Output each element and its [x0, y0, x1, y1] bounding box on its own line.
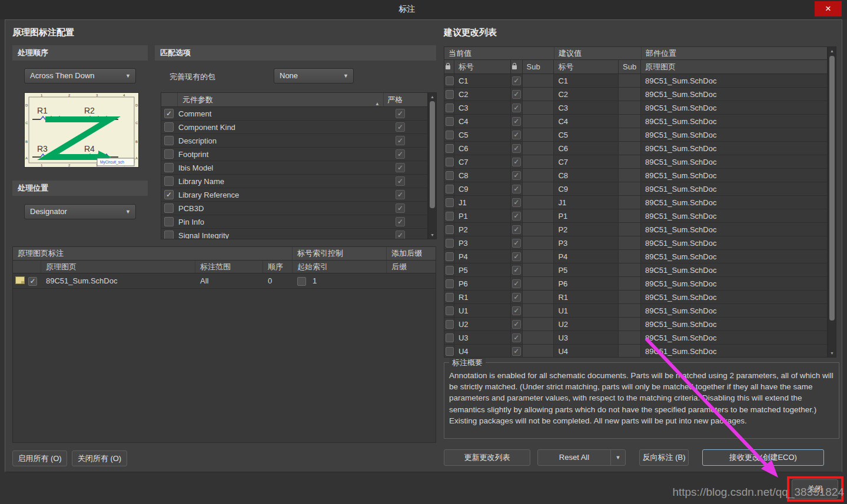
sheet-name-column[interactable]: 原理图页 — [641, 60, 827, 74]
sub-lock-checkbox[interactable]: ✓ — [512, 198, 521, 207]
param-enabled-checkbox[interactable] — [164, 176, 174, 186]
param-enabled-checkbox[interactable] — [164, 217, 174, 226]
change-row[interactable]: C9✓C989C51_Sum.SchDoc — [444, 182, 827, 196]
param-row[interactable]: ✓Comment✓ — [161, 107, 427, 121]
change-row[interactable]: P6✓P689C51_Sum.SchDoc — [444, 277, 827, 291]
order-column[interactable]: 顺序 — [263, 261, 293, 273]
change-row[interactable]: U3✓U389C51_Sum.SchDoc — [444, 331, 827, 345]
strict-column-header[interactable]: 严格 — [384, 93, 427, 106]
current-lock-checkbox[interactable] — [446, 212, 454, 221]
sub-lock-checkbox[interactable]: ✓ — [512, 158, 521, 166]
param-enabled-checkbox[interactable]: ✓ — [164, 109, 174, 118]
sub-lock-checkbox[interactable]: ✓ — [512, 171, 521, 180]
current-lock-checkbox[interactable] — [446, 306, 454, 315]
start-index-value[interactable]: 1 — [308, 276, 384, 285]
current-lock-checkbox[interactable] — [446, 185, 454, 193]
scrollbar-thumb[interactable] — [829, 56, 835, 321]
sub-lock-checkbox[interactable]: ✓ — [512, 252, 521, 261]
accept-changes-button[interactable]: 接收更改(创建ECO) — [702, 449, 824, 466]
param-column-header[interactable]: 元件参数 ▲ — [178, 93, 384, 106]
param-row[interactable]: Signal Integrity✓ — [161, 229, 427, 239]
change-row[interactable]: P1✓P189C51_Sum.SchDoc — [444, 209, 827, 223]
change-row[interactable]: U4✓U489C51_Sum.SchDoc — [444, 345, 827, 358]
sub-lock-checkbox[interactable]: ✓ — [512, 144, 521, 153]
param-enabled-checkbox[interactable] — [164, 231, 174, 239]
change-row[interactable]: C7✓C789C51_Sum.SchDoc — [444, 155, 827, 169]
change-row[interactable]: R1✓R189C51_Sum.SchDoc — [444, 291, 827, 304]
param-table-scrollbar[interactable]: ▲ ▼ — [428, 92, 437, 239]
chevron-down-icon[interactable]: ▼ — [610, 450, 625, 465]
sub-lock-checkbox[interactable]: ✓ — [512, 104, 521, 112]
change-row[interactable]: J1✓J189C51_Sum.SchDoc — [444, 196, 827, 209]
sub-lock-checkbox[interactable]: ✓ — [512, 76, 521, 85]
param-row[interactable]: Ibis Model✓ — [161, 161, 427, 175]
start-index-column[interactable]: 起始索引 — [293, 261, 387, 273]
scroll-down-icon[interactable]: ▼ — [828, 349, 836, 357]
change-row[interactable]: C3✓C389C51_Sum.SchDoc — [444, 101, 827, 115]
current-lock-checkbox[interactable] — [446, 293, 454, 302]
param-strict-checkbox[interactable]: ✓ — [396, 217, 405, 226]
change-row[interactable]: C8✓C889C51_Sum.SchDoc — [444, 169, 827, 182]
sub-lock-checkbox[interactable]: ✓ — [512, 131, 521, 139]
reset-all-button[interactable]: Reset All ▼ — [537, 449, 626, 466]
param-enabled-checkbox[interactable] — [164, 149, 174, 159]
param-strict-checkbox[interactable]: ✓ — [396, 190, 405, 199]
scroll-up-icon[interactable]: ▲ — [828, 47, 836, 55]
close-icon[interactable]: × — [815, 1, 842, 16]
param-enabled-checkbox[interactable] — [164, 203, 174, 213]
sheet-row[interactable]: ✓ 89C51_Sum.SchDoc All 0 1 — [13, 273, 436, 289]
param-strict-checkbox[interactable]: ✓ — [396, 163, 405, 172]
param-enabled-checkbox[interactable] — [164, 136, 174, 145]
change-row[interactable]: U2✓U289C51_Sum.SchDoc — [444, 318, 827, 331]
proposed-sub-column[interactable]: Sub — [619, 60, 641, 74]
sub-lock-checkbox[interactable]: ✓ — [512, 333, 521, 342]
current-lock-checkbox[interactable] — [446, 104, 454, 112]
change-row[interactable]: P4✓P489C51_Sum.SchDoc — [444, 250, 827, 263]
current-lock-checkbox[interactable] — [446, 76, 454, 85]
sub-lock-checkbox[interactable]: ✓ — [512, 239, 521, 248]
change-row[interactable]: C4✓C489C51_Sum.SchDoc — [444, 115, 827, 128]
suffix-column[interactable]: 后缀 — [387, 261, 436, 273]
param-row[interactable]: Library Name✓ — [161, 175, 427, 188]
current-lock-checkbox[interactable] — [446, 171, 454, 180]
sheet-order-value[interactable]: 0 — [263, 276, 293, 285]
scroll-down-icon[interactable]: ▼ — [429, 231, 436, 239]
param-strict-checkbox[interactable]: ✓ — [396, 122, 405, 132]
sub-lock-checkbox[interactable]: ✓ — [512, 266, 521, 275]
sub-lock-checkbox[interactable]: ✓ — [512, 320, 521, 329]
sub-lock-checkbox[interactable]: ✓ — [512, 225, 521, 234]
param-row[interactable]: Description✓ — [161, 134, 427, 148]
current-lock-checkbox[interactable] — [446, 225, 454, 234]
scope-column[interactable]: 标注范围 — [195, 261, 263, 273]
sub-lock-checkbox[interactable]: ✓ — [512, 293, 521, 302]
sub-lock-checkbox[interactable]: ✓ — [512, 306, 521, 315]
param-row[interactable]: Component Kind✓ — [161, 121, 427, 134]
current-lock-checkbox[interactable] — [446, 252, 454, 261]
change-row[interactable]: U1✓U189C51_Sum.SchDoc — [444, 304, 827, 318]
current-lock-checkbox[interactable] — [446, 347, 454, 356]
change-row[interactable]: P2✓P289C51_Sum.SchDoc — [444, 223, 827, 236]
current-lock-checkbox[interactable] — [446, 198, 454, 207]
scrollbar-thumb[interactable] — [430, 101, 435, 208]
param-strict-checkbox[interactable]: ✓ — [396, 231, 405, 239]
update-changes-button[interactable]: 更新更改列表 — [444, 449, 530, 466]
current-lock-checkbox[interactable] — [446, 158, 454, 166]
changes-table-scrollbar[interactable]: ▲ ▼ — [828, 46, 836, 358]
disable-all-button[interactable]: 关闭所有 (O) — [72, 450, 127, 466]
change-row[interactable]: C2✓C289C51_Sum.SchDoc — [444, 88, 827, 101]
current-lock-checkbox[interactable] — [446, 266, 454, 275]
param-strict-checkbox[interactable]: ✓ — [396, 203, 405, 213]
sub-lock-checkbox[interactable]: ✓ — [512, 347, 521, 356]
param-enabled-checkbox[interactable] — [164, 163, 174, 172]
sheet-scope-value[interactable]: All — [195, 276, 263, 285]
change-row[interactable]: C5✓C589C51_Sum.SchDoc — [444, 128, 827, 142]
change-row[interactable]: P3✓P389C51_Sum.SchDoc — [444, 236, 827, 250]
complete-packages-dropdown[interactable]: None ▼ — [274, 68, 354, 84]
sub-lock-checkbox[interactable]: ✓ — [512, 90, 521, 99]
current-lock-checkbox[interactable] — [446, 279, 454, 288]
close-button[interactable]: 关闭 — [792, 479, 838, 499]
current-lock-checkbox[interactable] — [446, 320, 454, 329]
current-sub-column[interactable]: Sub — [523, 60, 554, 74]
process-location-dropdown[interactable]: Designator ▼ — [24, 204, 136, 219]
sub-lock-checkbox[interactable]: ✓ — [512, 185, 521, 193]
